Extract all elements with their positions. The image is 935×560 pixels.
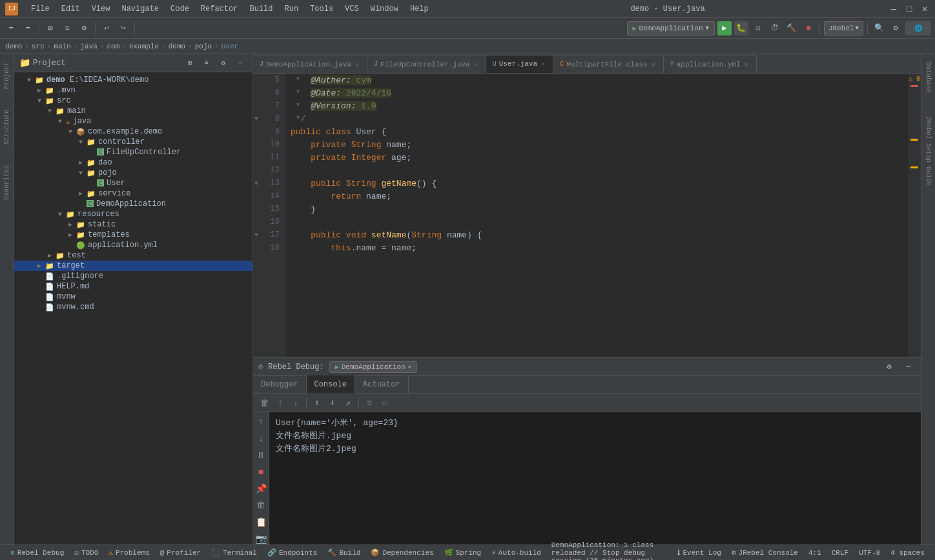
breadcrumb-main[interactable]: main xyxy=(54,43,70,50)
tree-item-user[interactable]: 🅲 User xyxy=(14,178,252,188)
tree-item-demoapplication[interactable]: 🅲 DemoApplication xyxy=(14,199,252,209)
tab-fileupcontroller[interactable]: J FileUpController.java ✕ xyxy=(367,55,486,73)
tab-close-btn[interactable]: ✕ xyxy=(473,61,479,68)
encoding-indicator[interactable]: UTF-8 xyxy=(854,545,885,560)
tree-item-helpmd[interactable]: 📄 HELP.md xyxy=(14,281,252,292)
dependencies-status[interactable]: 📦 Dependencies xyxy=(365,545,438,560)
jrebel-setup-tab-vertical[interactable]: JRebel Setup Guide xyxy=(925,111,932,191)
console-side-camera-icon[interactable]: 📷 xyxy=(254,533,267,545)
tab-close-btn[interactable]: ✕ xyxy=(540,60,546,68)
terminal-status[interactable]: ⬛ Terminal xyxy=(206,545,262,560)
toolbar-forward-btn[interactable]: ➡ xyxy=(21,21,35,35)
tree-item-controller[interactable]: ▼ 📁 controller xyxy=(14,137,252,147)
settings-btn[interactable]: ⚙ xyxy=(889,21,903,35)
maximize-btn[interactable]: □ xyxy=(904,4,914,14)
problems-status[interactable]: ⚠ Problems xyxy=(103,545,154,560)
toolbar-expand-btn[interactable]: ⊞ xyxy=(43,21,57,35)
tree-item-com-example-demo[interactable]: ▼ 📦 com.example.demo xyxy=(14,126,252,137)
bottom-config-dropdown[interactable]: ▶ DemoApplication ✕ xyxy=(329,361,417,373)
fold-icon[interactable]: ▼ xyxy=(254,180,258,187)
toolbar-collapse-btn[interactable]: ≡ xyxy=(60,21,74,35)
position-indicator[interactable]: 4:1 xyxy=(803,545,827,560)
tab-user[interactable]: U User.java ✕ xyxy=(486,55,553,73)
breadcrumb-com[interactable]: com xyxy=(107,43,119,50)
console-wrap-btn[interactable]: ⏎ xyxy=(378,397,391,410)
tree-item-main[interactable]: ▼ 📁 main xyxy=(14,106,252,116)
menu-build[interactable]: Build xyxy=(244,3,278,15)
console-side-down-icon[interactable]: ↓ xyxy=(254,433,267,445)
menu-code[interactable]: Code xyxy=(165,3,194,15)
console-clear-btn[interactable]: 🗑 xyxy=(258,397,271,410)
structure-tab-vertical[interactable]: Structure xyxy=(3,105,10,150)
search-everywhere-btn[interactable]: 🔍 xyxy=(872,21,886,35)
run-config-dropdown[interactable]: ▶ DemoApplication ▼ xyxy=(627,21,715,35)
bottom-tab-actuator[interactable]: Actuator xyxy=(355,375,409,394)
console-side-pause-icon[interactable]: ⏸ xyxy=(254,450,267,461)
coverage-btn[interactable]: ☑ xyxy=(751,21,765,35)
tree-item-test[interactable]: ▶ 📁 test xyxy=(14,250,252,261)
tree-item-pojo[interactable]: ▼ 📁 pojo xyxy=(14,168,252,178)
fold-icon[interactable]: ▼ xyxy=(254,115,258,123)
breadcrumb-java[interactable]: java xyxy=(80,43,97,50)
menu-vcs[interactable]: VCS xyxy=(340,3,364,15)
breadcrumb-pojo[interactable]: pojo xyxy=(195,43,212,50)
tree-item-src[interactable]: ▼ 📁 src xyxy=(14,95,252,106)
line-sep-indicator[interactable]: CRLF xyxy=(827,545,854,560)
tree-item-fileupcontroller[interactable]: 🅲 FileUpController xyxy=(14,147,252,157)
event-log-status[interactable]: ℹ Event Log xyxy=(672,545,726,560)
menu-edit[interactable]: Edit xyxy=(56,3,85,15)
tree-item-application-yml[interactable]: 🟢 application.yml xyxy=(14,240,252,250)
indent-indicator[interactable]: 4 spaces xyxy=(885,545,930,560)
warning-indicator[interactable]: ⚠ 8 xyxy=(909,75,920,83)
tab-close-btn[interactable]: ✕ xyxy=(354,61,360,68)
tree-item-java[interactable]: ▼ ☕ java xyxy=(14,116,252,126)
profile-btn[interactable]: ⏱ xyxy=(768,21,782,35)
tree-item-mvn[interactable]: ▶ 📁 .mvn xyxy=(14,85,252,95)
console-format-btn[interactable]: ≡ xyxy=(363,397,376,410)
run-btn[interactable]: ▶ xyxy=(717,21,732,35)
jrebel-console-status[interactable]: ⚙ JRebel Console xyxy=(726,545,803,560)
tree-item-target[interactable]: ▶ 📁 target xyxy=(14,261,252,271)
console-side-up-icon[interactable]: ↑ xyxy=(254,416,267,428)
code-content[interactable]: * @Auther: cym * @Date: 2022/4/16 * @Ver… xyxy=(285,74,908,357)
tree-item-templates[interactable]: ▶ 📁 templates xyxy=(14,230,252,240)
console-jump-btn[interactable]: ↗ xyxy=(342,397,354,410)
console-up-btn[interactable]: ↑ xyxy=(274,397,287,410)
menu-run[interactable]: Run xyxy=(279,3,303,15)
debug-btn[interactable]: 🐛 xyxy=(734,21,748,35)
tree-item-mvnw[interactable]: 📄 mvnw xyxy=(14,292,252,302)
project-expand-btn[interactable]: ≡ xyxy=(200,56,214,70)
tree-item-demo[interactable]: ▼ 📁 demo E:\IDEA-WORK\demo xyxy=(14,75,252,85)
todo-status[interactable]: ☑ TODO xyxy=(69,545,103,560)
bottom-tab-debugger[interactable]: Debugger xyxy=(253,375,307,394)
close-btn[interactable]: ✕ xyxy=(920,4,930,14)
bottom-tab-console[interactable]: Console xyxy=(307,375,355,394)
favorites-tab-vertical[interactable]: Favorites xyxy=(3,160,10,205)
project-settings-btn[interactable]: ⚙ xyxy=(216,56,231,70)
toolbar-redo-btn[interactable]: ↪ xyxy=(116,21,130,35)
tree-item-mvnwcmd[interactable]: 📄 mvnw.cmd xyxy=(14,302,252,312)
menu-file[interactable]: File xyxy=(26,3,55,15)
fold-icon[interactable]: ▼ xyxy=(254,232,258,239)
tree-item-gitignore[interactable]: 📄 .gitignore xyxy=(14,271,252,281)
bottom-settings-btn[interactable]: ⚙ xyxy=(882,360,896,374)
project-hide-btn[interactable]: — xyxy=(233,56,247,70)
tab-applicationyml[interactable]: Y application.yml ✕ xyxy=(664,55,757,73)
toolbar-back-btn[interactable]: ⬅ xyxy=(4,21,18,35)
project-tab-vertical[interactable]: Project xyxy=(3,57,10,94)
console-down-btn[interactable]: ↓ xyxy=(289,397,302,410)
console-side-stop-icon[interactable]: ■ xyxy=(254,466,267,478)
breadcrumb-demo2[interactable]: demo xyxy=(169,43,185,50)
endpoints-status[interactable]: 🔗 Endpoints xyxy=(262,545,322,560)
console-side-trash-icon[interactable]: 🗑 xyxy=(254,499,267,511)
spring-status[interactable]: 🌿 Spring xyxy=(439,545,487,560)
breadcrumb-example[interactable]: example xyxy=(129,43,159,50)
tree-item-dao[interactable]: ▶ 📁 dao xyxy=(14,157,252,168)
toolbar-undo-btn[interactable]: ↩ xyxy=(99,21,114,35)
bottom-hide-btn[interactable]: — xyxy=(901,360,916,374)
rebel-debug-status[interactable]: ⚙ Rebel Debug xyxy=(5,545,69,560)
build-btn[interactable]: 🔨 xyxy=(785,21,799,35)
menu-view[interactable]: View xyxy=(87,3,116,15)
tab-close-btn[interactable]: ✕ xyxy=(743,61,750,68)
tab-multipartfile[interactable]: C MultipartFile.class ✕ xyxy=(553,55,663,73)
